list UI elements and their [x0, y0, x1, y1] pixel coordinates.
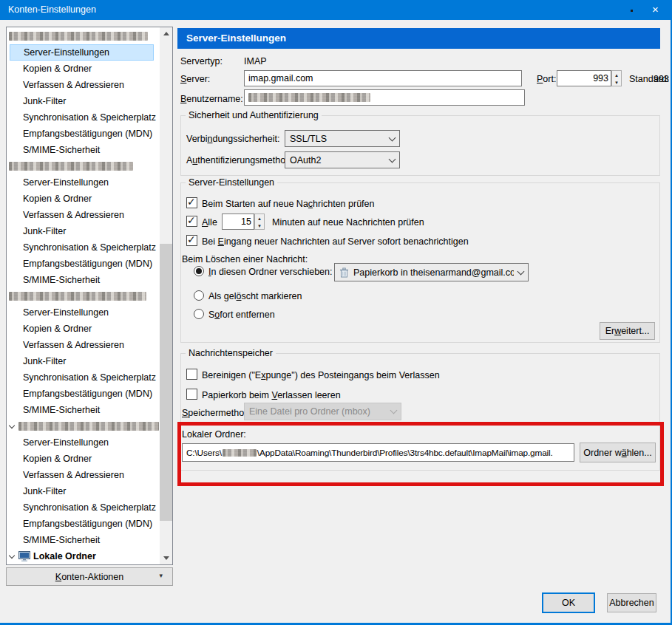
title-bar[interactable]: Konten-Einstellungen × [0, 0, 672, 20]
sidebar-item-s-mime-sicherheit[interactable]: S/MIME-Sicherheit [7, 272, 160, 288]
empty-trash-checkbox[interactable] [186, 389, 197, 400]
redacted-account-name [18, 422, 159, 431]
connection-security-value: SSL/TLS [290, 134, 385, 144]
cancel-button-label: Abbrechen [609, 598, 654, 608]
sidebar-item-server-einstellungen[interactable]: Server-Einstellungen [7, 174, 160, 191]
username-label: Benutzername: [180, 94, 243, 105]
server-settings-legend: Server-Einstellungen [186, 177, 277, 188]
redacted-account-name [9, 32, 148, 41]
scroll-up-icon[interactable] [160, 27, 172, 40]
interval-input[interactable]: 15 [222, 214, 254, 230]
mark-deleted-radio[interactable] [194, 290, 204, 301]
servertype-label: Servertyp: [180, 56, 223, 67]
close-icon[interactable]: × [639, 0, 672, 20]
sidebar-item-verfassen-adressieren[interactable]: Verfassen & Adressieren [7, 337, 160, 353]
sidebar-item-junk-filter[interactable]: Junk-Filter [7, 223, 160, 239]
sidebar-item-server-einstellungen[interactable]: Server-Einstellungen [10, 44, 154, 61]
chevron-down-icon [517, 267, 525, 275]
sidebar-item-kopien-ordner[interactable]: Kopien & Ordner [7, 191, 160, 207]
local-folders-label: Lokale Ordner [33, 551, 96, 562]
scroll-down-icon[interactable] [160, 552, 172, 564]
auth-method-select[interactable]: OAuth2 [285, 151, 400, 168]
stepper-up-icon[interactable]: ▴ [255, 214, 264, 222]
expunge-checkbox[interactable] [186, 369, 197, 380]
sidebar-item-junk-filter[interactable]: Junk-Filter [7, 93, 160, 109]
sidebar-item-s-mime-sicherheit[interactable]: S/MIME-Sicherheit [7, 402, 160, 418]
sidebar-account-4[interactable] [7, 418, 160, 434]
annotation-highlight-box [177, 422, 664, 486]
check-on-start-label: Beim Starten auf neue Nachrichten prüfen [202, 199, 374, 210]
sidebar-item-synchronisation-speicherplatz[interactable]: Synchronisation & Speicherplatz [7, 369, 160, 386]
sidebar-account-1[interactable] [7, 28, 160, 44]
account-actions-label: Konten-Aktionen [55, 572, 123, 582]
sidebar-item-empfangsbestätigungen-mdn-[interactable]: Empfangsbestätigungen (MDN) [7, 256, 160, 272]
move-to-folder-radio[interactable] [194, 266, 204, 276]
window-title: Konten-Einstellungen [8, 4, 96, 15]
chevron-expanded-icon[interactable] [9, 553, 15, 559]
interval-suffix-label: Minuten auf neue Nachrichten prüfen [272, 217, 424, 228]
stepper-down-icon[interactable]: ▾ [255, 222, 264, 229]
sidebar-item-synchronisation-speicherplatz[interactable]: Synchronisation & Speicherplatz [7, 499, 160, 516]
sidebar-item-verfassen-adressieren[interactable]: Verfassen & Adressieren [7, 77, 160, 93]
sidebar-account-2[interactable] [7, 158, 160, 174]
sidebar-item-junk-filter[interactable]: Junk-Filter [7, 353, 160, 369]
notify-label: Bei Eingang neuer Nachrichten auf Server… [202, 236, 469, 247]
interval-checkbox[interactable]: ✓ [186, 216, 197, 227]
notify-checkbox[interactable]: ✓ [186, 235, 197, 246]
sidebar-item-empfangsbestätigungen-mdn-[interactable]: Empfangsbestätigungen (MDN) [7, 516, 160, 532]
stepper-down-icon[interactable]: ▾ [612, 78, 621, 86]
account-actions-button[interactable]: Konten-Aktionen ▾ [6, 567, 173, 586]
interval-stepper[interactable]: ▴ ▾ [254, 214, 265, 230]
check-on-start-checkbox[interactable]: ✓ [186, 197, 197, 208]
sidebar-item-server-einstellungen[interactable]: Server-Einstellungen [7, 304, 160, 321]
scrollbar-thumb[interactable] [160, 244, 172, 521]
sidebar-account-3[interactable] [7, 288, 160, 304]
sidebar-item-synchronisation-speicherplatz[interactable]: Synchronisation & Speicherplatz [7, 109, 160, 126]
username-input[interactable] [244, 89, 525, 106]
computer-monitor-icon [18, 551, 30, 561]
check-icon: ✓ [187, 233, 196, 245]
dropdown-caret-icon: ▾ [159, 572, 163, 579]
port-stepper[interactable]: ▴ ▾ [611, 70, 622, 86]
sidebar-item-verfassen-adressieren[interactable]: Verfassen & Adressieren [7, 207, 160, 223]
sidebar-item-junk-filter[interactable]: Junk-Filter [7, 483, 160, 499]
sidebar-item-synchronisation-speicherplatz[interactable]: Synchronisation & Speicherplatz [7, 239, 160, 256]
sidebar-item-empfangsbestätigungen-mdn-[interactable]: Empfangsbestätigungen (MDN) [7, 126, 160, 142]
connection-security-select[interactable]: SSL/TLS [285, 130, 400, 147]
sidebar-item-s-mime-sicherheit[interactable]: S/MIME-Sicherheit [7, 142, 160, 158]
sidebar-item-verfassen-adressieren[interactable]: Verfassen & Adressieren [7, 467, 160, 483]
radio-dot [196, 268, 202, 274]
security-legend: Sicherheit und Authentifizierung [186, 110, 322, 121]
auth-method-label: Authentifizierungsmethode: [186, 155, 299, 166]
sidebar-item-kopien-ordner[interactable]: Kopien & Ordner [7, 321, 160, 337]
storage-method-value: Eine Datei pro Ordner (mbox) [249, 406, 387, 417]
sidebar-item-empfangsbestätigungen-mdn-[interactable]: Empfangsbestätigungen (MDN) [7, 386, 160, 402]
sidebar-scrollbar[interactable] [160, 27, 172, 564]
server-input[interactable]: imap.gmail.com [244, 70, 522, 86]
server-input-value: imap.gmail.com [248, 73, 313, 83]
standard-value: 993 [654, 74, 669, 85]
port-input[interactable]: 993 [557, 70, 611, 86]
sidebar-item-local-folders[interactable]: Lokale Ordner [7, 548, 160, 564]
trash-folder-select[interactable]: Papierkorb in theisenarmand@gmail.com [334, 263, 529, 281]
sidebar-item-kopien-ordner[interactable]: Kopien & Ordner [7, 61, 160, 77]
stepper-up-icon[interactable]: ▴ [612, 71, 621, 78]
mark-deleted-label: Als gelöscht markieren [208, 291, 302, 302]
on-delete-label: Beim Löschen einer Nachricht: [182, 254, 308, 265]
move-to-folder-label: In diesen Ordner verschieben: [208, 267, 332, 278]
port-input-value: 993 [593, 73, 608, 83]
page-title: Server-Einstellungen [177, 28, 660, 49]
redacted-account-name [9, 162, 133, 171]
auth-method-value: OAuth2 [290, 155, 385, 165]
sidebar-item-s-mime-sicherheit[interactable]: S/MIME-Sicherheit [7, 532, 160, 548]
server-label: Server: [180, 74, 210, 85]
interval-value: 15 [241, 216, 251, 227]
remove-immediately-radio[interactable] [194, 309, 204, 319]
sidebar-item-server-einstellungen[interactable]: Server-Einstellungen [7, 434, 160, 451]
advanced-button[interactable]: Erweitert... [600, 322, 655, 340]
ok-button[interactable]: OK [542, 592, 595, 613]
sidebar-item-kopien-ordner[interactable]: Kopien & Ordner [7, 451, 160, 467]
cancel-button[interactable]: Abbrechen [607, 593, 656, 612]
message-storage-legend: Nachrichtenspeicher [186, 348, 276, 359]
chevron-expanded-icon[interactable] [9, 423, 15, 428]
